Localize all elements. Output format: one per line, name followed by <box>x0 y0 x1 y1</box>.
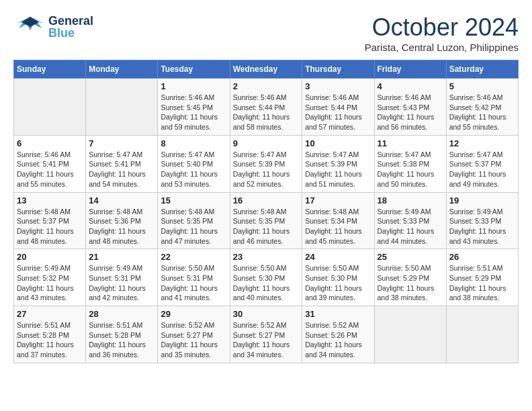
calendar-cell: 6Sunrise: 5:46 AM Sunset: 5:41 PM Daylig… <box>14 135 86 192</box>
calendar-cell: 3Sunrise: 5:46 AM Sunset: 5:44 PM Daylig… <box>302 79 374 136</box>
logo-general: General <box>48 15 93 27</box>
calendar-cell: 30Sunrise: 5:52 AM Sunset: 5:27 PM Dayli… <box>230 306 302 363</box>
calendar-cell: 1Sunrise: 5:46 AM Sunset: 5:45 PM Daylig… <box>158 79 230 136</box>
day-detail: Sunrise: 5:47 AM Sunset: 5:39 PM Dayligh… <box>305 150 371 189</box>
calendar-cell: 14Sunrise: 5:48 AM Sunset: 5:36 PM Dayli… <box>86 192 158 249</box>
calendar-cell: 16Sunrise: 5:48 AM Sunset: 5:35 PM Dayli… <box>230 192 302 249</box>
day-number: 25 <box>378 252 443 262</box>
calendar-cell: 25Sunrise: 5:50 AM Sunset: 5:29 PM Dayli… <box>374 249 446 306</box>
calendar-table: SundayMondayTuesdayWednesdayThursdayFrid… <box>13 60 519 363</box>
day-number: 2 <box>233 81 300 91</box>
day-detail: Sunrise: 5:47 AM Sunset: 5:37 PM Dayligh… <box>449 150 515 189</box>
calendar-cell: 21Sunrise: 5:49 AM Sunset: 5:31 PM Dayli… <box>86 249 158 306</box>
calendar-cell: 9Sunrise: 5:47 AM Sunset: 5:39 PM Daylig… <box>230 135 302 192</box>
calendar-week-row: 20Sunrise: 5:49 AM Sunset: 5:32 PM Dayli… <box>14 249 519 306</box>
calendar-cell: 13Sunrise: 5:48 AM Sunset: 5:37 PM Dayli… <box>14 192 86 249</box>
day-number: 19 <box>449 195 515 205</box>
logo-icon <box>13 13 47 40</box>
calendar-cell: 29Sunrise: 5:52 AM Sunset: 5:27 PM Dayli… <box>158 306 230 363</box>
day-number: 20 <box>17 252 83 262</box>
calendar-cell: 19Sunrise: 5:49 AM Sunset: 5:33 PM Dayli… <box>446 192 518 249</box>
day-number: 3 <box>305 81 371 91</box>
day-detail: Sunrise: 5:47 AM Sunset: 5:41 PM Dayligh… <box>89 150 154 189</box>
logo: General Blue <box>13 13 93 40</box>
day-detail: Sunrise: 5:52 AM Sunset: 5:27 PM Dayligh… <box>233 320 300 360</box>
calendar-cell: 17Sunrise: 5:48 AM Sunset: 5:34 PM Dayli… <box>302 192 374 249</box>
day-number: 21 <box>89 252 154 262</box>
calendar-cell: 31Sunrise: 5:52 AM Sunset: 5:26 PM Dayli… <box>302 306 374 363</box>
day-number: 13 <box>17 195 83 205</box>
day-number: 24 <box>305 252 371 262</box>
calendar-cell: 7Sunrise: 5:47 AM Sunset: 5:41 PM Daylig… <box>86 135 158 192</box>
day-detail: Sunrise: 5:46 AM Sunset: 5:43 PM Dayligh… <box>378 93 443 132</box>
day-detail: Sunrise: 5:49 AM Sunset: 5:33 PM Dayligh… <box>449 207 515 246</box>
day-detail: Sunrise: 5:50 AM Sunset: 5:30 PM Dayligh… <box>233 263 300 303</box>
calendar-cell: 11Sunrise: 5:47 AM Sunset: 5:38 PM Dayli… <box>374 135 446 192</box>
page-header: General Blue October 2024 Parista, Centr… <box>13 13 519 53</box>
day-detail: Sunrise: 5:47 AM Sunset: 5:38 PM Dayligh… <box>378 150 443 189</box>
day-detail: Sunrise: 5:52 AM Sunset: 5:27 PM Dayligh… <box>161 320 226 360</box>
weekday-header: Tuesday <box>158 60 230 79</box>
day-number: 23 <box>233 252 300 262</box>
day-detail: Sunrise: 5:46 AM Sunset: 5:45 PM Dayligh… <box>161 93 226 132</box>
day-number: 12 <box>449 138 515 148</box>
day-number: 18 <box>378 195 443 205</box>
calendar-cell: 28Sunrise: 5:51 AM Sunset: 5:28 PM Dayli… <box>86 306 158 363</box>
day-detail: Sunrise: 5:48 AM Sunset: 5:34 PM Dayligh… <box>305 207 371 246</box>
calendar-cell: 20Sunrise: 5:49 AM Sunset: 5:32 PM Dayli… <box>14 249 86 306</box>
calendar-week-row: 27Sunrise: 5:51 AM Sunset: 5:28 PM Dayli… <box>14 306 519 363</box>
day-detail: Sunrise: 5:46 AM Sunset: 5:44 PM Dayligh… <box>233 93 300 132</box>
logo-text: General Blue <box>48 15 93 39</box>
day-detail: Sunrise: 5:46 AM Sunset: 5:42 PM Dayligh… <box>449 93 515 132</box>
calendar-cell: 5Sunrise: 5:46 AM Sunset: 5:42 PM Daylig… <box>446 79 518 136</box>
weekday-header: Wednesday <box>230 60 302 79</box>
weekday-header: Sunday <box>14 60 86 79</box>
day-detail: Sunrise: 5:49 AM Sunset: 5:33 PM Dayligh… <box>378 207 443 246</box>
day-detail: Sunrise: 5:47 AM Sunset: 5:39 PM Dayligh… <box>233 150 300 189</box>
calendar-header-row: SundayMondayTuesdayWednesdayThursdayFrid… <box>14 60 519 79</box>
weekday-header: Saturday <box>446 60 518 79</box>
day-detail: Sunrise: 5:46 AM Sunset: 5:41 PM Dayligh… <box>17 150 83 189</box>
day-detail: Sunrise: 5:46 AM Sunset: 5:44 PM Dayligh… <box>305 93 371 132</box>
day-detail: Sunrise: 5:48 AM Sunset: 5:36 PM Dayligh… <box>89 207 154 246</box>
day-number: 5 <box>449 81 515 91</box>
day-detail: Sunrise: 5:52 AM Sunset: 5:26 PM Dayligh… <box>305 320 371 360</box>
day-number: 8 <box>161 138 226 148</box>
weekday-header: Thursday <box>302 60 374 79</box>
calendar-week-row: 6Sunrise: 5:46 AM Sunset: 5:41 PM Daylig… <box>14 135 519 192</box>
calendar-cell: 26Sunrise: 5:51 AM Sunset: 5:29 PM Dayli… <box>446 249 518 306</box>
day-number: 22 <box>161 252 226 262</box>
calendar-cell: 10Sunrise: 5:47 AM Sunset: 5:39 PM Dayli… <box>302 135 374 192</box>
calendar-cell: 4Sunrise: 5:46 AM Sunset: 5:43 PM Daylig… <box>374 79 446 136</box>
calendar-cell: 22Sunrise: 5:50 AM Sunset: 5:31 PM Dayli… <box>158 249 230 306</box>
day-number: 26 <box>449 252 515 262</box>
calendar-week-row: 13Sunrise: 5:48 AM Sunset: 5:37 PM Dayli… <box>14 192 519 249</box>
calendar-cell <box>374 306 446 363</box>
day-detail: Sunrise: 5:50 AM Sunset: 5:31 PM Dayligh… <box>161 263 226 303</box>
day-number: 6 <box>17 138 83 148</box>
day-detail: Sunrise: 5:48 AM Sunset: 5:37 PM Dayligh… <box>17 207 83 246</box>
day-number: 30 <box>233 309 300 319</box>
title-block: October 2024 Parista, Central Luzon, Phi… <box>365 13 519 53</box>
calendar-cell: 24Sunrise: 5:50 AM Sunset: 5:30 PM Dayli… <box>302 249 374 306</box>
day-detail: Sunrise: 5:47 AM Sunset: 5:40 PM Dayligh… <box>161 150 226 189</box>
day-number: 15 <box>161 195 226 205</box>
day-detail: Sunrise: 5:49 AM Sunset: 5:32 PM Dayligh… <box>17 263 83 303</box>
day-detail: Sunrise: 5:50 AM Sunset: 5:30 PM Dayligh… <box>305 263 371 303</box>
location: Parista, Central Luzon, Philippines <box>365 42 519 53</box>
day-detail: Sunrise: 5:48 AM Sunset: 5:35 PM Dayligh… <box>161 207 226 246</box>
day-detail: Sunrise: 5:49 AM Sunset: 5:31 PM Dayligh… <box>89 263 154 303</box>
calendar-cell: 23Sunrise: 5:50 AM Sunset: 5:30 PM Dayli… <box>230 249 302 306</box>
day-number: 16 <box>233 195 300 205</box>
day-number: 11 <box>378 138 443 148</box>
day-number: 27 <box>17 309 83 319</box>
day-detail: Sunrise: 5:50 AM Sunset: 5:29 PM Dayligh… <box>378 263 443 303</box>
day-detail: Sunrise: 5:51 AM Sunset: 5:29 PM Dayligh… <box>449 263 515 303</box>
day-number: 4 <box>378 81 443 91</box>
calendar-cell: 8Sunrise: 5:47 AM Sunset: 5:40 PM Daylig… <box>158 135 230 192</box>
calendar-cell: 12Sunrise: 5:47 AM Sunset: 5:37 PM Dayli… <box>446 135 518 192</box>
logo-blue: Blue <box>48 27 93 39</box>
month-title: October 2024 <box>365 13 519 42</box>
day-number: 7 <box>89 138 154 148</box>
day-number: 14 <box>89 195 154 205</box>
